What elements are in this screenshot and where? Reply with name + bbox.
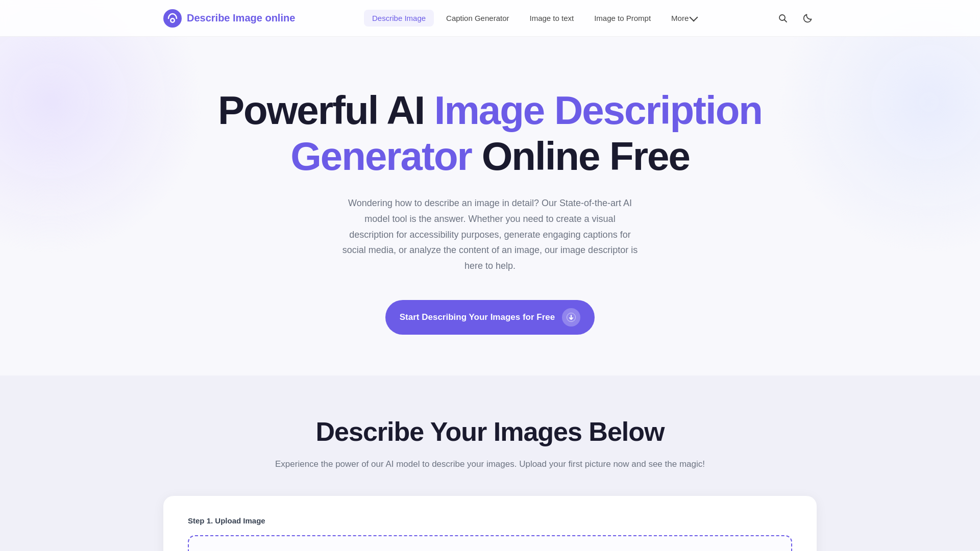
- brand-name: Describe Image online: [187, 12, 295, 24]
- search-icon: [778, 13, 788, 23]
- brand-name-accent: Image: [233, 12, 262, 23]
- cta-label: Start Describing Your Images for Free: [400, 312, 555, 322]
- describe-section-subtitle: Experience the power of our AI model to …: [163, 457, 817, 471]
- cta-down-icon: [562, 308, 580, 327]
- nav-link-more[interactable]: More: [663, 10, 705, 27]
- chevron-down-icon: [690, 13, 698, 22]
- cta-button[interactable]: Start Describing Your Images for Free: [385, 300, 595, 335]
- upload-step-label: Step 1. Upload Image: [188, 516, 792, 525]
- svg-point-2: [172, 19, 174, 21]
- nav-link-describe-image[interactable]: Describe Image: [364, 10, 434, 27]
- nav-link-image-to-text[interactable]: Image to text: [521, 10, 582, 27]
- nav-link-caption-generator[interactable]: Caption Generator: [438, 10, 517, 27]
- upload-card: Step 1. Upload Image: [163, 496, 817, 551]
- brand-name-suffix: online: [262, 12, 295, 23]
- moon-icon: [802, 13, 813, 23]
- nav-actions: [774, 9, 817, 28]
- hero-title: Powerful AI Image Description Generator …: [218, 88, 762, 179]
- brand-logo-link[interactable]: Describe Image online: [163, 9, 295, 28]
- nav-links: Describe Image Caption Generator Image t…: [364, 10, 705, 27]
- describe-section: Describe Your Images Below Experience th…: [0, 375, 980, 551]
- hero-subtitle: Wondering how to describe an image in de…: [342, 195, 638, 273]
- svg-line-4: [784, 19, 787, 22]
- nav-link-image-to-prompt[interactable]: Image to Prompt: [586, 10, 659, 27]
- search-button[interactable]: [774, 9, 792, 28]
- brand-name-prefix: Describe: [187, 12, 233, 23]
- brand-logo-icon: [163, 9, 182, 28]
- navbar: Describe Image online Describe Image Cap…: [0, 0, 980, 37]
- dark-mode-button[interactable]: [798, 9, 817, 28]
- hero-section: Powerful AI Image Description Generator …: [0, 37, 980, 375]
- upload-dropzone[interactable]: [188, 535, 792, 551]
- describe-section-title: Describe Your Images Below: [163, 416, 817, 447]
